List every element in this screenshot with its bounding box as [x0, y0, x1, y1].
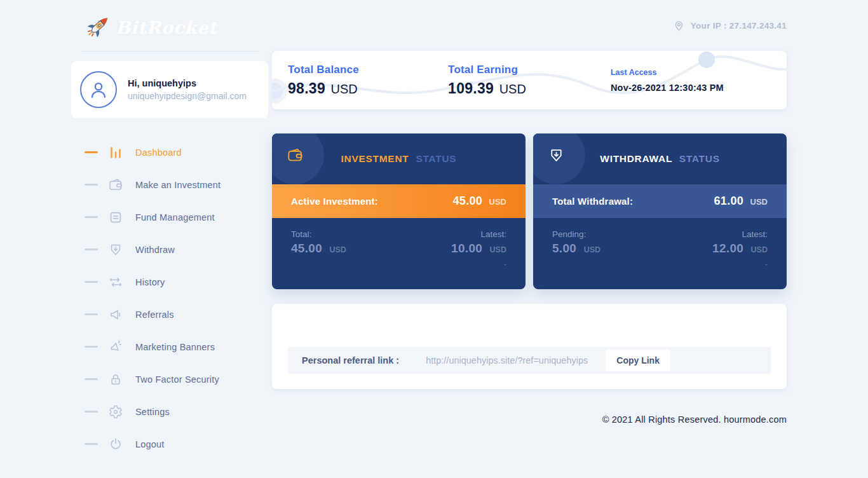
investment-card-header: INVESTMENT STATUS: [272, 133, 526, 184]
page-container: BitRocket Hi, uniquehyips uniquehyipdesi…: [81, 0, 787, 460]
investment-latest-label: Latest:: [451, 229, 506, 239]
total-balance-currency: USD: [331, 82, 358, 96]
megaphone-icon: [108, 307, 123, 322]
withdrawal-latest-block: Latest: 12.00 USD -: [712, 229, 768, 289]
total-earning-stat: Total Earning 109.39 USD: [448, 64, 611, 97]
indicator-dash: [85, 378, 98, 380]
sidebar-item-settings[interactable]: Settings: [81, 395, 259, 428]
title-primary: INVESTMENT: [341, 153, 409, 164]
person-icon: [87, 78, 110, 101]
sidebar: BitRocket Hi, uniquehyips uniquehyipdesi…: [81, 0, 259, 460]
withdrawal-card-body: Pending: 5.00 USD Latest: 12.00 USD -: [533, 218, 787, 289]
last-access-value: Nov-26-2021 12:30:43 PM: [611, 83, 771, 93]
sidebar-menu: Dashboard Make an Investment Fund Manage…: [81, 136, 259, 460]
sidebar-item-label: Marketing Banners: [135, 342, 215, 352]
investment-card-title: INVESTMENT STATUS: [341, 153, 457, 165]
copy-link-button[interactable]: Copy Link: [606, 350, 670, 371]
active-investment-label: Active Investment:: [291, 196, 378, 207]
wallet-icon: [287, 147, 304, 164]
shield-download-icon: [108, 242, 123, 257]
active-investment-value: 45.00: [453, 195, 483, 207]
total-earning-currency: USD: [499, 82, 526, 96]
rocket-icon: [81, 11, 113, 43]
megaphone-sparks-icon: [108, 339, 123, 355]
withdrawal-latest-value: 12.00: [712, 242, 743, 255]
indicator-dash: [85, 281, 98, 283]
referral-label: Personal referral link :: [302, 355, 399, 365]
shield-download-icon: [548, 147, 565, 164]
status-cards-row: INVESTMENT STATUS Active Investment: 45.…: [272, 133, 787, 289]
power-icon: [108, 437, 123, 452]
investment-latest-block: Latest: 10.00 USD -: [451, 229, 506, 289]
logo-divider: [81, 51, 259, 51]
last-access-label: Last Access: [611, 68, 771, 77]
swap-arrows-icon: [108, 275, 123, 290]
top-bar: Your IP : 27.147.243.41: [272, 0, 787, 51]
sidebar-item-label: History: [135, 277, 165, 287]
wallet-icon: [108, 177, 123, 193]
investment-total-label: Total:: [291, 229, 346, 239]
sidebar-item-withdraw[interactable]: Withdraw: [81, 233, 259, 266]
total-withdrawal-row: Total Withdrawal: 61.00 USD: [533, 184, 787, 218]
withdrawal-latest-label: Latest:: [712, 229, 768, 239]
sidebar-item-label: Dashboard: [135, 147, 182, 158]
withdrawal-status-card: WITHDRAWAL STATUS Total Withdrawal: 61.0…: [533, 133, 787, 289]
referral-link: http://uniquehyips.site/?ref=uniquehyips: [426, 355, 588, 365]
indicator-dash: [85, 346, 98, 348]
investment-total-value: 45.00: [291, 242, 322, 255]
active-indicator-dash: [85, 151, 98, 153]
avatar: [80, 71, 117, 108]
investment-latest-value: 10.00: [451, 242, 482, 255]
total-withdrawal-currency: USD: [750, 197, 768, 207]
sidebar-item-two-factor-security[interactable]: Two Factor Security: [81, 363, 259, 395]
sidebar-item-label: Two Factor Security: [135, 374, 219, 385]
investment-total-currency: USD: [330, 245, 346, 254]
withdrawal-pending-currency: USD: [584, 245, 600, 254]
indicator-dash: [85, 249, 98, 250]
sidebar-item-logout[interactable]: Logout: [81, 428, 259, 460]
investment-latest-currency: USD: [490, 245, 506, 254]
lock-icon: [108, 372, 123, 387]
main-content: Your IP : 27.147.243.41 Total Balance 98…: [272, 0, 787, 460]
title-secondary: STATUS: [416, 153, 457, 164]
brand-logo[interactable]: BitRocket: [81, 0, 259, 51]
document-lines-icon: [108, 210, 123, 225]
investment-total-block: Total: 45.00 USD: [291, 229, 346, 289]
total-balance-label: Total Balance: [288, 64, 448, 76]
investment-card-body: Total: 45.00 USD Latest: 10.00 USD -: [272, 218, 526, 289]
active-investment-row: Active Investment: 45.00 USD: [272, 184, 526, 218]
withdrawal-pending-value: 5.00: [552, 242, 576, 255]
sidebar-item-make-investment[interactable]: Make an Investment: [81, 168, 259, 201]
total-earning-value: 109.39: [448, 80, 494, 97]
withdrawal-latest-currency: USD: [751, 245, 768, 254]
total-withdrawal-value: 61.00: [714, 195, 744, 207]
sidebar-item-label: Fund Management: [135, 212, 215, 222]
withdrawal-pending-label: Pending:: [552, 229, 600, 239]
profile-greeting: Hi, uniquehyips: [128, 78, 247, 88]
ip-label: Your IP : 27.147.243.41: [691, 21, 787, 31]
profile-card: Hi, uniquehyips uniquehyipdesign@gmail.c…: [71, 61, 268, 118]
investment-note: -: [451, 260, 506, 269]
withdrawal-note: -: [712, 260, 768, 269]
indicator-dash: [85, 216, 98, 218]
sidebar-item-history[interactable]: History: [81, 266, 259, 298]
brand-name: BitRocket: [116, 18, 217, 38]
title-primary: WITHDRAWAL: [600, 153, 672, 164]
total-earning-label: Total Earning: [448, 64, 611, 76]
sidebar-item-marketing-banners[interactable]: Marketing Banners: [81, 331, 259, 363]
sidebar-item-dashboard[interactable]: Dashboard: [81, 136, 259, 168]
sidebar-item-label: Logout: [135, 439, 165, 449]
gear-icon: [108, 404, 123, 420]
sidebar-item-fund-management[interactable]: Fund Management: [81, 201, 259, 233]
sidebar-item-referrals[interactable]: Referrals: [81, 298, 259, 331]
active-investment-currency: USD: [489, 197, 506, 207]
balance-strip: Total Balance 98.39 USD Total Earning 10…: [272, 51, 787, 109]
indicator-dash: [85, 313, 98, 315]
referral-card: Personal referral link : http://uniquehy…: [272, 304, 787, 389]
indicator-dash: [85, 411, 98, 413]
title-secondary: STATUS: [679, 153, 720, 164]
indicator-dash: [85, 184, 98, 186]
total-withdrawal-label: Total Withdrawal:: [552, 196, 633, 207]
location-pin-icon: [673, 20, 685, 32]
copyright-text: © 2021 All Rights Reserved. hourmode.com: [272, 414, 787, 425]
